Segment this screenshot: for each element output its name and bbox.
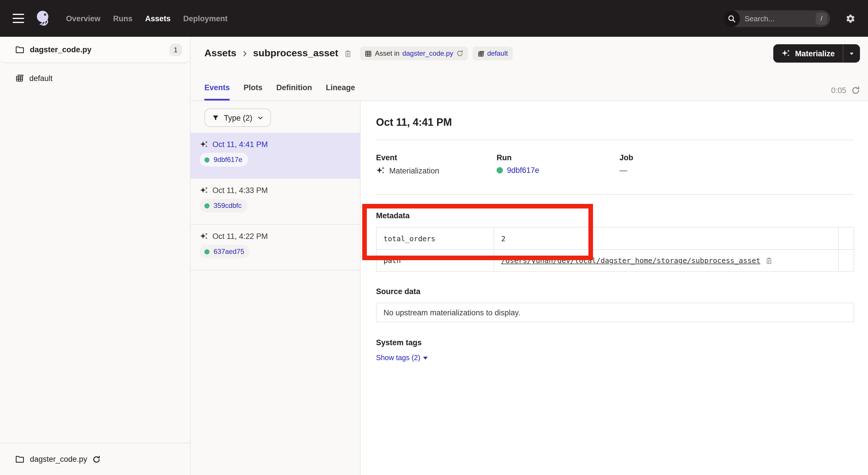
nav-item-runs[interactable]: Runs <box>113 14 133 23</box>
run-status-dot <box>205 203 210 208</box>
materialization-sparkle-icon <box>200 232 208 241</box>
event-list-item[interactable]: Oct 11, 4:22 PM 637aed75 <box>191 225 360 270</box>
top-nav: Overview Runs Assets Deployment / <box>0 0 868 37</box>
sidebar-footer-label: dagster_code.py <box>30 455 87 464</box>
caret-down-icon <box>848 50 855 57</box>
sidebar-item-label: dagster_code.py <box>30 46 92 54</box>
refresh-countdown: 0:05 <box>831 86 846 95</box>
metadata-key: path <box>377 250 494 271</box>
tag-code-location-link[interactable]: dagster_code.py <box>402 50 453 57</box>
run-pill[interactable]: 359cdbfc <box>200 199 247 212</box>
run-status-dot <box>205 249 210 254</box>
job-value-empty: — <box>619 166 627 175</box>
search-input[interactable] <box>740 14 816 23</box>
refresh-timer: 0:05 <box>831 86 860 95</box>
page-title: subprocess_asset <box>253 48 338 59</box>
metadata-heading: Metadata <box>376 211 854 220</box>
divider <box>376 140 854 140</box>
asset-tabs: Events Plots Definition Lineage <box>205 83 355 100</box>
event-detail-title: Oct 11, 4:41 PM <box>376 116 854 129</box>
asset-page-header: Assets subprocess_asset Asset in dagster… <box>191 37 868 101</box>
event-timestamp[interactable]: Oct 11, 4:22 PM <box>212 232 268 241</box>
breadcrumb-assets-link[interactable]: Assets <box>205 48 237 59</box>
run-id-link[interactable]: 9dbf617e <box>507 166 539 175</box>
asset-group-grid-icon <box>15 73 24 83</box>
tag-group-link[interactable]: default <box>487 50 508 57</box>
run-pill[interactable]: 637aed75 <box>200 245 250 259</box>
chevron-right-icon <box>241 50 249 57</box>
nav-item-assets[interactable]: Assets <box>145 14 171 23</box>
tab-lineage[interactable]: Lineage <box>326 83 355 100</box>
refresh-icon[interactable] <box>851 86 860 95</box>
settings-gear-icon[interactable] <box>846 13 856 23</box>
copy-asset-name-icon[interactable] <box>344 49 352 58</box>
event-timestamp[interactable]: Oct 11, 4:41 PM <box>212 140 268 149</box>
metadata-value: 2 <box>494 228 839 249</box>
run-id-link[interactable]: 359cdbfc <box>214 202 241 210</box>
sidebar-item-label: default <box>29 74 53 82</box>
job-column-label: Job <box>619 153 633 162</box>
folder-icon <box>15 454 25 464</box>
search-shortcut-key: / <box>816 12 827 24</box>
run-status-dot <box>497 167 503 174</box>
metadata-path-link[interactable]: /Users/yuhan/dev/local/dagster_home/stor… <box>501 256 761 265</box>
event-timestamp[interactable]: Oct 11, 4:33 PM <box>212 186 268 195</box>
event-detail-panel: Oct 11, 4:41 PM Event Materialization Ru… <box>361 101 868 475</box>
sidebar-item-asset-group[interactable]: default <box>0 65 190 91</box>
table-row: path /Users/yuhan/dev/local/dagster_home… <box>377 249 854 271</box>
type-filter-button[interactable]: Type (2) <box>205 109 271 127</box>
sidebar-item-code-location[interactable]: dagster_code.py 1 <box>0 37 190 63</box>
sidebar-footer: dagster_code.py <box>0 443 190 475</box>
show-tags-toggle[interactable]: Show tags (2) <box>376 354 428 362</box>
event-list-item[interactable]: Oct 11, 4:41 PM 9dbf617e <box>191 133 360 179</box>
materialize-dropdown-button[interactable] <box>843 44 860 63</box>
hamburger-menu-icon[interactable] <box>12 14 24 23</box>
materialization-sparkle-icon <box>200 140 208 149</box>
show-tags-label: Show tags (2) <box>376 354 420 362</box>
tab-events[interactable]: Events <box>205 83 230 100</box>
asset-count-badge: 1 <box>169 43 182 56</box>
tag-prefix: Asset in <box>375 50 399 57</box>
events-list-panel: Type (2) Oct 11, 4:41 PM 9dbf617e <box>191 101 361 475</box>
asset-group-tag[interactable]: default <box>472 47 513 60</box>
metadata-table: total_orders 2 path /Users/yuhan/dev/loc… <box>376 227 854 272</box>
divider <box>376 194 854 195</box>
source-data-empty-state: No upstream materializations to display. <box>376 303 854 322</box>
reload-icon[interactable] <box>456 50 463 57</box>
materialize-button-label: Materialize <box>795 49 835 58</box>
tab-plots[interactable]: Plots <box>244 83 262 100</box>
run-pill[interactable]: 9dbf617e <box>200 153 248 167</box>
event-column-label: Event <box>376 153 497 162</box>
materialize-button[interactable]: Materialize <box>773 44 860 63</box>
run-id-link[interactable]: 9dbf617e <box>214 156 242 164</box>
metadata-value: /Users/yuhan/dev/local/dagster_home/stor… <box>494 250 839 271</box>
grid-icon <box>365 50 372 57</box>
chevron-down-icon <box>257 115 263 121</box>
table-row: total_orders 2 <box>377 228 854 249</box>
sparkle-icon <box>781 49 790 58</box>
metadata-extra-cell <box>839 250 854 271</box>
event-type-value: Materialization <box>389 166 439 175</box>
reload-code-location-icon[interactable] <box>92 455 100 463</box>
materialization-sparkle-icon <box>200 186 208 195</box>
tab-definition[interactable]: Definition <box>276 83 312 100</box>
folder-icon <box>15 45 25 55</box>
run-id-link[interactable]: 637aed75 <box>214 247 244 256</box>
metadata-key: total_orders <box>377 228 494 249</box>
asset-location-tag[interactable]: Asset in dagster_code.py <box>360 47 468 60</box>
source-data-message: No upstream materializations to display. <box>383 308 520 317</box>
primary-nav: Overview Runs Assets Deployment <box>66 14 228 23</box>
nav-item-deployment[interactable]: Deployment <box>183 14 228 23</box>
copy-path-icon[interactable] <box>765 257 772 265</box>
grid-stack-icon <box>477 50 484 57</box>
materialize-button-main[interactable]: Materialize <box>773 44 843 63</box>
search-box[interactable]: / <box>723 10 830 27</box>
breadcrumb: Assets subprocess_asset Asset in dagster… <box>205 44 776 63</box>
nav-item-overview[interactable]: Overview <box>66 14 100 23</box>
left-sidebar: dagster_code.py 1 default dagster_code.p… <box>0 37 191 475</box>
dagster-logo-icon[interactable] <box>34 9 52 28</box>
dagster-app: Overview Runs Assets Deployment / dagste <box>0 0 868 475</box>
search-icon <box>723 10 740 27</box>
run-column-label: Run <box>497 153 619 162</box>
event-list-item[interactable]: Oct 11, 4:33 PM 359cdbfc <box>191 179 360 225</box>
